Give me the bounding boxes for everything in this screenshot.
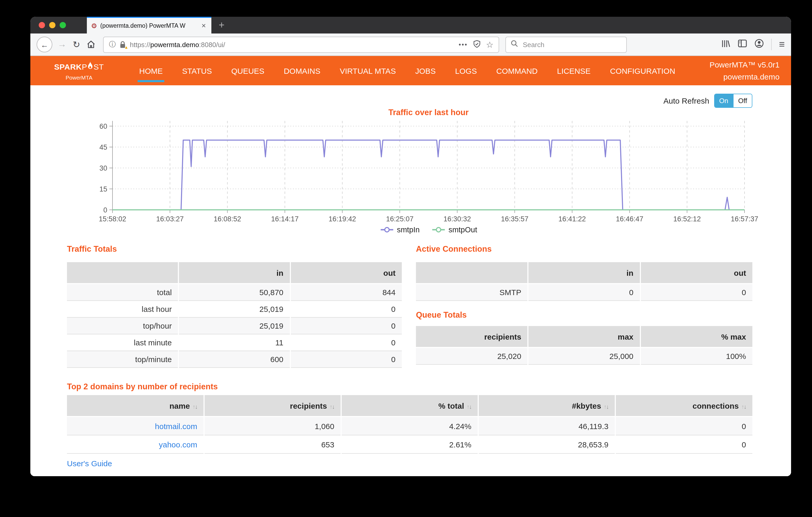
- library-icon[interactable]: [721, 39, 730, 50]
- zoom-window-button[interactable]: [60, 22, 66, 28]
- column-header[interactable]: #kbytes↑↓: [478, 395, 615, 417]
- column-header[interactable]: connections↑↓: [615, 395, 752, 417]
- nav-item-home[interactable]: HOME: [139, 66, 163, 75]
- table-cell: total: [67, 284, 179, 300]
- nav-item-jobs[interactable]: JOBS: [415, 66, 436, 75]
- active-connections-heading: Active Connections: [416, 245, 492, 254]
- svg-text:16:25:07: 16:25:07: [386, 215, 413, 223]
- page-actions-icon[interactable]: •••: [459, 41, 468, 48]
- table-cell: 100%: [640, 347, 752, 365]
- table-cell: 600: [179, 351, 290, 368]
- queue-totals-table: recipientsmax% max25,02025,000100%: [416, 326, 752, 365]
- tab-close-icon[interactable]: ✕: [200, 22, 207, 29]
- nav-item-command[interactable]: COMMAND: [496, 66, 538, 75]
- browser-tab[interactable]: ⚙ (powermta.demo) PowerMTA W ✕: [87, 17, 211, 33]
- table-row: 25,02025,000100%: [416, 347, 752, 365]
- column-header[interactable]: name↑↓: [67, 395, 204, 417]
- table-cell: 0: [290, 351, 402, 368]
- sort-icon: ↑↓: [604, 403, 608, 409]
- table-cell: 0: [290, 300, 402, 317]
- nav-item-queues[interactable]: QUEUES: [231, 66, 264, 75]
- search-input[interactable]: [522, 40, 603, 49]
- table-cell[interactable]: hotmail.com: [67, 417, 204, 435]
- svg-text:16:30:32: 16:30:32: [443, 215, 471, 223]
- svg-text:15:58:02: 15:58:02: [98, 215, 126, 223]
- sparkpost-logo[interactable]: SPARKPST PowerMTA: [42, 61, 116, 80]
- nav-item-status[interactable]: STATUS: [182, 66, 212, 75]
- svg-text:16:14:17: 16:14:17: [271, 215, 298, 223]
- new-tab-button[interactable]: +: [219, 17, 225, 33]
- column-header[interactable]: % total↑↓: [341, 395, 478, 417]
- sort-icon: ↑↓: [742, 403, 746, 409]
- search-bar[interactable]: [506, 36, 627, 53]
- domain-link[interactable]: hotmail.com: [155, 422, 197, 430]
- traffic-totals-table: inouttotal50,870844last hour25,0190top/h…: [67, 262, 402, 368]
- svg-text:15: 15: [99, 185, 107, 193]
- nav-item-logs[interactable]: LOGS: [455, 66, 477, 75]
- sidebar-toggle-icon[interactable]: [738, 39, 747, 50]
- table-cell: 0: [290, 334, 402, 351]
- column-header: recipients: [416, 326, 528, 347]
- nav-item-domains[interactable]: DOMAINS: [284, 66, 320, 75]
- svg-text:16:03:27: 16:03:27: [156, 215, 184, 223]
- nav-item-license[interactable]: LICENSE: [557, 66, 590, 75]
- minimize-window-button[interactable]: [49, 22, 55, 28]
- queue-totals-heading: Queue Totals: [416, 310, 467, 320]
- home-icon[interactable]: [87, 40, 96, 49]
- sort-icon: ↑↓: [329, 403, 334, 409]
- svg-text:16:41:22: 16:41:22: [558, 215, 586, 223]
- table-row: last hour25,0190: [67, 300, 402, 317]
- table-cell: last minute: [67, 334, 179, 351]
- svg-text:16:19:42: 16:19:42: [328, 215, 356, 223]
- bookmark-star-icon[interactable]: ☆: [486, 39, 494, 50]
- flame-icon: [87, 61, 93, 71]
- table-cell: 25,020: [416, 347, 528, 365]
- forward-icon[interactable]: →: [58, 39, 66, 50]
- table-cell: 0: [615, 435, 752, 453]
- warning-badge-icon: ▲: [124, 45, 128, 50]
- top-domains-table: name↑↓recipients↑↓% total↑↓#kbytes↑↓conn…: [67, 395, 752, 454]
- table-row: hotmail.com1,0604.24%46,119.30: [67, 417, 752, 435]
- tracking-shield-icon[interactable]: [473, 39, 481, 50]
- reload-icon[interactable]: ↻: [73, 40, 80, 49]
- traffic-chart: Traffic over last hour01530456015:58:021…: [79, 106, 759, 236]
- nav-item-configuration[interactable]: CONFIGURATION: [610, 66, 675, 75]
- svg-text:45: 45: [99, 143, 107, 151]
- url-text[interactable]: https://powermta.demo:8080/ui/: [130, 40, 455, 49]
- url-bar[interactable]: ⓘ ▲ https://powermta.demo:8080/ui/ ••• ☆: [103, 36, 499, 53]
- back-button[interactable]: ←: [37, 37, 52, 52]
- table-cell: 46,119.3: [478, 417, 615, 435]
- column-header: out: [640, 262, 752, 284]
- svg-text:16:52:12: 16:52:12: [673, 215, 701, 223]
- nav-item-virtual-mtas[interactable]: VIRTUAL MTAS: [340, 66, 396, 75]
- table-cell: 11: [179, 334, 290, 351]
- auto-refresh-on-button[interactable]: On: [715, 94, 733, 107]
- svg-text:16:35:57: 16:35:57: [501, 215, 528, 223]
- table-cell: 25,019: [179, 317, 290, 334]
- table-row: yahoo.com6532.61%28,653.90: [67, 435, 752, 453]
- top-domains-heading: Top 2 domains by number of recipients: [67, 382, 218, 392]
- table-cell: 844: [290, 284, 402, 300]
- menu-icon[interactable]: ≡: [779, 39, 785, 50]
- column-header: [67, 262, 179, 284]
- close-window-button[interactable]: [39, 22, 45, 28]
- auto-refresh-off-button[interactable]: Off: [733, 94, 752, 107]
- page-info-icon[interactable]: ⓘ: [109, 40, 116, 49]
- users-guide-link[interactable]: User's Guide: [67, 459, 112, 468]
- account-icon[interactable]: [754, 39, 764, 50]
- table-row: SMTP00: [416, 284, 752, 300]
- table-cell: 0: [615, 417, 752, 435]
- screen: ⚙ (powermta.demo) PowerMTA W ✕ + ← → ↻ ⓘ…: [0, 0, 812, 517]
- tab-title: (powermta.demo) PowerMTA W: [100, 23, 197, 29]
- domain-link[interactable]: yahoo.com: [159, 440, 197, 449]
- server-hostname: powermta.demo: [709, 70, 780, 83]
- column-header[interactable]: recipients↑↓: [204, 395, 341, 417]
- server-info: PowerMTA™ v5.0r1 powermta.demo: [709, 59, 780, 83]
- table-cell: 1,060: [204, 417, 341, 435]
- insecure-lock-icon[interactable]: ▲: [120, 40, 126, 49]
- table-cell: 28,653.9: [478, 435, 615, 453]
- column-header: in: [528, 262, 640, 284]
- svg-text:Traffic over last hour: Traffic over last hour: [388, 108, 469, 117]
- table-cell[interactable]: yahoo.com: [67, 435, 204, 453]
- table-cell: 653: [204, 435, 341, 453]
